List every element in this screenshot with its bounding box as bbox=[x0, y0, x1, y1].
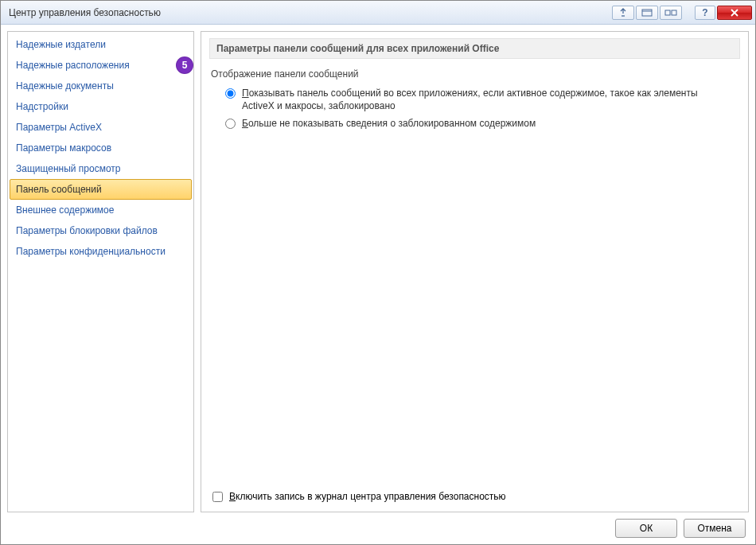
sidebar-item[interactable]: Параметры ActiveX bbox=[10, 117, 192, 138]
close-button[interactable] bbox=[717, 6, 752, 20]
radio-label[interactable]: Показывать панель сообщений во всех прил… bbox=[242, 87, 719, 112]
sidebar-item-label: Надежные расположения bbox=[16, 60, 130, 71]
close-icon bbox=[730, 9, 739, 17]
cancel-button[interactable]: Отмена bbox=[684, 519, 746, 538]
radio-input[interactable] bbox=[225, 88, 236, 99]
sidebar-item-label: Надежные издатели bbox=[16, 39, 106, 50]
window-controls: ? bbox=[612, 6, 752, 20]
step-badge: 5 bbox=[176, 56, 193, 74]
radio-option: Больше не показывать сведения о заблокир… bbox=[225, 115, 740, 132]
dialog-footer: ОК Отмена bbox=[7, 512, 749, 538]
sidebar-item[interactable]: Надежные расположения5 bbox=[10, 55, 192, 76]
sidebar-item-label: Надежные документы bbox=[16, 80, 114, 91]
sidebar-item[interactable]: Надежные документы bbox=[10, 76, 192, 96]
sidebar-item-label: Параметры макросов bbox=[16, 142, 111, 154]
section-subheading: Отображение панели сообщений bbox=[211, 68, 740, 80]
logging-checkbox-label[interactable]: Включить запись в журнал центра управлен… bbox=[229, 491, 506, 502]
titlebar: Центр управления безопасностью ? bbox=[1, 1, 755, 25]
category-sidebar: Надежные издателиНадежные расположения5Н… bbox=[7, 31, 194, 512]
logging-checkbox[interactable] bbox=[212, 492, 223, 502]
sidebar-item[interactable]: Надежные издатели bbox=[10, 34, 192, 55]
message-bar-radio-group: Показывать панель сообщений во всех прил… bbox=[225, 84, 740, 133]
sidebar-item-label: Параметры конфиденциальности bbox=[16, 246, 166, 257]
sidebar-item[interactable]: Надстройки bbox=[10, 96, 192, 117]
window-title: Центр управления безопасностью bbox=[9, 7, 161, 18]
sidebar-item-label: Внешнее содержимое bbox=[16, 204, 114, 216]
sidebar-item[interactable]: Параметры блокировки файлов bbox=[10, 220, 192, 241]
sidebar-item[interactable]: Защищенный просмотр bbox=[10, 158, 192, 179]
sidebar-item[interactable]: Внешнее содержимое bbox=[10, 200, 192, 220]
split-panels: Надежные издателиНадежные расположения5Н… bbox=[7, 31, 749, 512]
svg-rect-2 bbox=[665, 10, 670, 15]
radio-option: Показывать панель сообщений во всех прил… bbox=[225, 84, 740, 115]
radio-input[interactable] bbox=[225, 119, 236, 129]
help-button[interactable]: ? bbox=[695, 6, 715, 20]
sidebar-item[interactable]: Параметры макросов bbox=[10, 138, 192, 158]
radio-label[interactable]: Больше не показывать сведения о заблокир… bbox=[242, 117, 536, 130]
sidebar-item-label: Защищенный просмотр bbox=[16, 163, 121, 174]
sidebar-item-label: Надстройки bbox=[16, 101, 68, 112]
trust-center-window: Центр управления безопасностью ? Надежны… bbox=[0, 0, 756, 545]
sidebar-item-label: Панель сообщений bbox=[16, 184, 102, 195]
sidebar-item[interactable]: Параметры конфиденциальности bbox=[10, 241, 192, 262]
svg-rect-0 bbox=[642, 10, 652, 16]
section-heading: Параметры панели сообщений для всех прил… bbox=[209, 38, 740, 59]
logging-checkbox-row: Включить запись в журнал центра управлен… bbox=[212, 490, 740, 502]
restore-button-2[interactable] bbox=[660, 6, 682, 20]
sidebar-item-label: Параметры блокировки файлов bbox=[16, 225, 158, 236]
main-panel: Параметры панели сообщений для всех прил… bbox=[201, 31, 749, 512]
sidebar-item-label: Параметры ActiveX bbox=[16, 122, 102, 133]
restore-button-1[interactable] bbox=[636, 6, 658, 20]
svg-rect-3 bbox=[672, 10, 676, 15]
pin-button[interactable] bbox=[612, 6, 634, 20]
ok-button[interactable]: ОК bbox=[615, 519, 677, 538]
sidebar-item[interactable]: Панель сообщений bbox=[10, 179, 192, 200]
help-icon: ? bbox=[702, 7, 707, 18]
client-area: Надежные издателиНадежные расположения5Н… bbox=[1, 25, 755, 544]
